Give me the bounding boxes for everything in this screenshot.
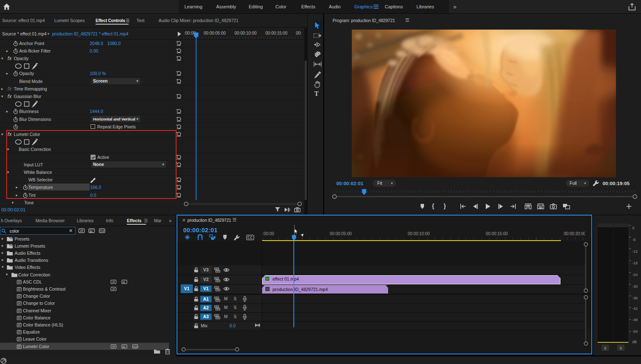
svg-text:YUV: YUV bbox=[100, 230, 105, 232]
svg-text:32: 32 bbox=[122, 281, 125, 284]
svg-text:32: 32 bbox=[89, 230, 93, 233]
svg-text:YUV: YUV bbox=[133, 346, 138, 348]
svg-text:32: 32 bbox=[122, 346, 125, 348]
